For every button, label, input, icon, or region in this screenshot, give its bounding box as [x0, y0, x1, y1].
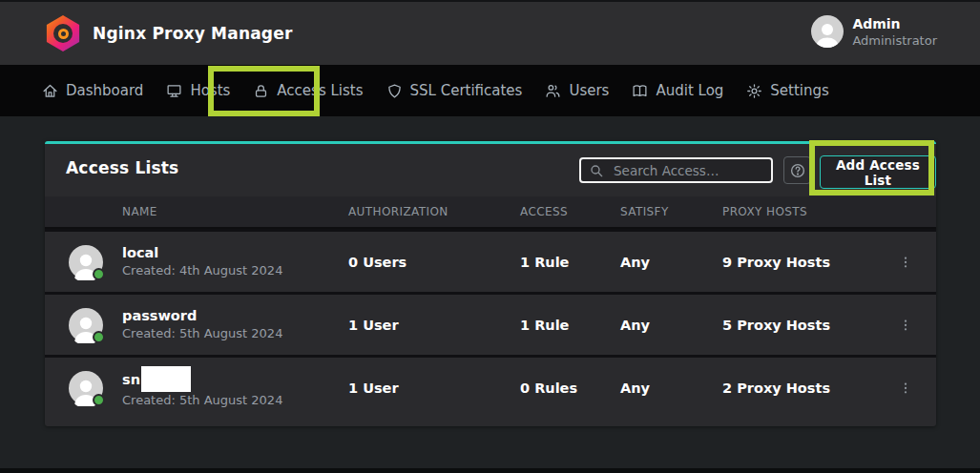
app-logo-icon [45, 15, 81, 51]
gear-icon [746, 83, 762, 99]
cell-satisfy: Any [620, 318, 722, 333]
nav-label: Users [569, 82, 609, 99]
users-icon [545, 83, 561, 99]
user-avatar [811, 15, 844, 48]
help-icon [789, 162, 806, 179]
cell-access: 1 Rule [520, 318, 620, 333]
cell-authorization: 1 User [348, 380, 520, 396]
row-avatar [69, 308, 103, 342]
nav-label: Hosts [190, 82, 230, 99]
search-icon [589, 163, 604, 178]
shield-icon [386, 83, 403, 99]
status-dot-online [93, 331, 105, 343]
row-menu-button[interactable] [898, 255, 936, 270]
access-list-name: local [122, 244, 282, 262]
dots-vertical-icon [898, 318, 913, 333]
add-access-list-button[interactable]: Add Access List [820, 155, 936, 189]
column-header-access: ACCESS [520, 205, 620, 218]
cell-access: 0 Rules [520, 380, 620, 396]
cell-authorization: 1 User [348, 318, 520, 333]
nav-item-ssl-certificates[interactable]: SSL Certificates [386, 82, 523, 99]
lock-icon [253, 83, 269, 99]
access-lists-panel: Access Lists Add Access List NAME AUTHOR… [45, 141, 936, 426]
cell-satisfy: Any [620, 380, 722, 396]
dots-vertical-icon [898, 380, 913, 396]
column-header-name: NAME [45, 205, 348, 218]
main-nav: Dashboard Hosts Access Lists SSL Certifi… [0, 65, 980, 116]
cell-authorization: 0 Users [348, 255, 520, 270]
app-root: Nginx Proxy Manager Admin Administrator … [0, 0, 980, 473]
person-icon [811, 18, 844, 48]
nav-item-hosts[interactable]: Hosts [166, 82, 230, 99]
monitor-icon [166, 83, 182, 99]
row-avatar [69, 245, 103, 279]
status-dot-online [93, 394, 105, 406]
bottom-edge [0, 468, 980, 473]
nav-item-dashboard[interactable]: Dashboard [42, 82, 143, 99]
access-list-created: Created: 5th August 2024 [122, 392, 282, 409]
cell-proxy-hosts: 2 Proxy Hosts [722, 380, 885, 396]
status-dot-online [93, 268, 105, 280]
access-list-name: sn [122, 366, 282, 392]
row-menu-button[interactable] [898, 318, 936, 333]
nav-label: SSL Certificates [410, 82, 523, 99]
nav-item-settings[interactable]: Settings [746, 82, 829, 99]
access-list-name: password [122, 307, 282, 325]
book-icon [632, 83, 648, 99]
user-name: Admin [852, 15, 937, 32]
app-title: Nginx Proxy Manager [93, 24, 293, 43]
access-list-created: Created: 4th August 2024 [122, 262, 282, 279]
cell-proxy-hosts: 5 Proxy Hosts [722, 318, 885, 333]
nav-item-audit-log[interactable]: Audit Log [632, 82, 723, 99]
row-avatar [69, 371, 103, 405]
cell-satisfy: Any [620, 255, 722, 270]
nav-item-access-lists[interactable]: Access Lists [253, 82, 363, 99]
nav-label: Access Lists [277, 82, 363, 99]
dots-vertical-icon [898, 255, 913, 270]
column-header-satisfy: SATISFY [620, 205, 722, 218]
table-row: sn Created: 5th August 2024 1 User 0 Rul… [45, 355, 936, 418]
cell-access: 1 Rule [520, 255, 620, 270]
redaction-box [141, 366, 191, 392]
cell-proxy-hosts: 9 Proxy Hosts [722, 255, 885, 270]
row-menu-button[interactable] [898, 380, 936, 396]
column-header-proxy-hosts: PROXY HOSTS [722, 205, 885, 218]
nav-item-users[interactable]: Users [545, 82, 609, 99]
nav-label: Settings [770, 82, 829, 99]
user-menu[interactable]: Admin Administrator [811, 15, 937, 49]
app-header: Nginx Proxy Manager Admin Administrator [0, 0, 980, 65]
column-header-authorization: AUTHORIZATION [348, 205, 520, 218]
table-row: local Created: 4th August 2024 0 Users 1… [45, 229, 936, 292]
search-box [579, 157, 773, 183]
user-role: Administrator [852, 32, 937, 49]
table-row: password Created: 5th August 2024 1 User… [45, 292, 936, 355]
access-list-created: Created: 5th August 2024 [122, 325, 282, 342]
page-title: Access Lists [66, 158, 178, 177]
table-header: NAME AUTHORIZATION ACCESS SATISFY PROXY … [45, 196, 936, 229]
search-input[interactable] [612, 162, 763, 179]
nav-label: Audit Log [656, 82, 723, 99]
nav-label: Dashboard [66, 82, 143, 99]
help-button[interactable] [783, 156, 811, 184]
home-icon [42, 83, 58, 99]
panel-header: Access Lists Add Access List [45, 144, 936, 196]
